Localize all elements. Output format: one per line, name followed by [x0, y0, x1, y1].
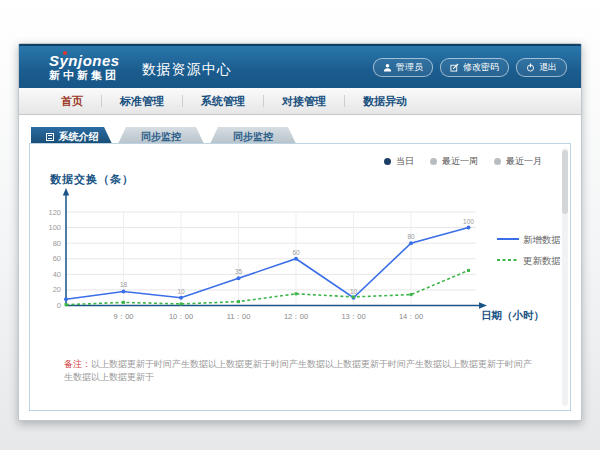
- svg-text:100: 100: [463, 218, 474, 225]
- line-chart: 0204060801001209：0010：0011：0012：0013：001…: [42, 187, 562, 347]
- user-button[interactable]: 管理员: [373, 58, 433, 77]
- radio-dot: [384, 158, 391, 165]
- svg-text:80: 80: [53, 239, 61, 248]
- svg-text:9：00: 9：00: [113, 312, 133, 321]
- user-button-label: 管理员: [396, 61, 423, 74]
- change-password-label: 修改密码: [463, 61, 499, 74]
- page-title: 数据资源中心: [142, 61, 232, 79]
- svg-text:60: 60: [53, 254, 61, 263]
- logo-text-en: Synjones: [49, 53, 120, 68]
- user-icon: [383, 63, 392, 72]
- svg-text:80: 80: [407, 233, 415, 240]
- svg-text:35: 35: [235, 268, 243, 275]
- document-icon: [46, 133, 54, 141]
- nav-item-interface-mgmt[interactable]: 对接管理: [264, 94, 344, 109]
- radio-dot: [430, 158, 437, 165]
- svg-text:更新数据: 更新数据: [523, 255, 561, 266]
- logout-button[interactable]: 退出: [516, 58, 567, 77]
- svg-text:100: 100: [48, 223, 61, 232]
- x-axis-title: 日期（小时）: [481, 309, 544, 323]
- svg-text:120: 120: [48, 208, 61, 217]
- tab-label: 同步监控: [233, 130, 273, 144]
- scrollbar-thumb[interactable]: [562, 150, 568, 214]
- svg-text:60: 60: [292, 249, 300, 256]
- nav-item-home[interactable]: 首页: [43, 94, 101, 109]
- change-password-button[interactable]: 修改密码: [440, 58, 509, 77]
- footnote-text: 以上数据更新于时间产生数据以上数据更新于时间产生数据以上数据更新于时间产生数据以…: [64, 359, 532, 382]
- svg-text:11：00: 11：00: [227, 312, 251, 321]
- header-actions: 管理员 修改密码 退出: [373, 46, 567, 88]
- svg-text:40: 40: [53, 270, 61, 279]
- edit-icon: [450, 63, 459, 72]
- svg-text:20: 20: [53, 285, 61, 294]
- svg-text:10: 10: [177, 288, 185, 295]
- app-window: Synjones 新中新集团 数据资源中心 管理员 修改密码 退出 首页 标准管…: [18, 43, 582, 421]
- power-icon: [526, 63, 535, 72]
- filter-option-today[interactable]: 当日: [384, 155, 414, 168]
- svg-text:新增数据: 新增数据: [523, 234, 561, 245]
- logout-label: 退出: [539, 61, 557, 74]
- svg-text:10: 10: [350, 288, 358, 295]
- nav-item-data-change[interactable]: 数据异动: [345, 94, 425, 109]
- radio-dot: [494, 158, 501, 165]
- logo-red-dot-icon: [63, 51, 67, 55]
- tab-label: 同步监控: [141, 130, 181, 144]
- vertical-scrollbar[interactable]: [562, 148, 568, 406]
- svg-text:14：00: 14：00: [399, 312, 423, 321]
- svg-text:10：00: 10：00: [169, 312, 193, 321]
- main-nav: 首页 标准管理 系统管理 对接管理 数据异动: [19, 88, 581, 115]
- filter-option-last-month[interactable]: 最近一月: [494, 155, 542, 168]
- svg-text:18: 18: [120, 281, 128, 288]
- svg-text:13：00: 13：00: [341, 312, 365, 321]
- svg-text:0: 0: [57, 301, 61, 310]
- company-logo: Synjones 新中新集团: [49, 53, 120, 81]
- nav-item-system-mgmt[interactable]: 系统管理: [183, 94, 263, 109]
- y-axis-title: 数据交换（条）: [50, 172, 134, 187]
- tab-label: 系统介绍: [59, 130, 99, 144]
- chart-panel: 当日 最近一周 最近一月 数据交换（条） 0204060801001209：00…: [29, 143, 571, 411]
- time-range-filter: 当日 最近一周 最近一月: [384, 155, 542, 168]
- footnote-prefix: 备注：: [64, 359, 91, 369]
- svg-text:12：00: 12：00: [284, 312, 308, 321]
- footnote: 备注：以上数据更新于时间产生数据以上数据更新于时间产生数据以上数据更新于时间产生…: [64, 358, 540, 383]
- app-header: Synjones 新中新集团 数据资源中心 管理员 修改密码 退出: [19, 44, 581, 88]
- nav-item-standard-mgmt[interactable]: 标准管理: [102, 94, 182, 109]
- logo-text-cn: 新中新集团: [49, 70, 120, 81]
- filter-option-last-week[interactable]: 最近一周: [430, 155, 478, 168]
